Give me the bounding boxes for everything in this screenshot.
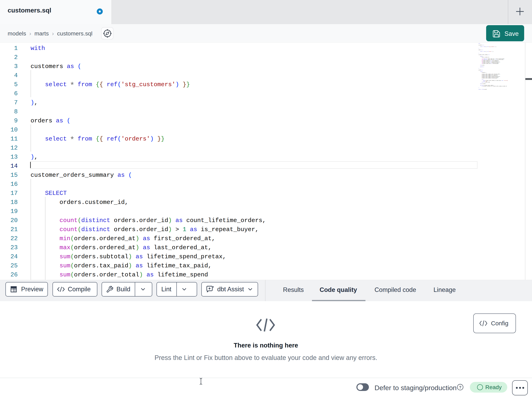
svg-text:?: ?: [459, 385, 461, 389]
